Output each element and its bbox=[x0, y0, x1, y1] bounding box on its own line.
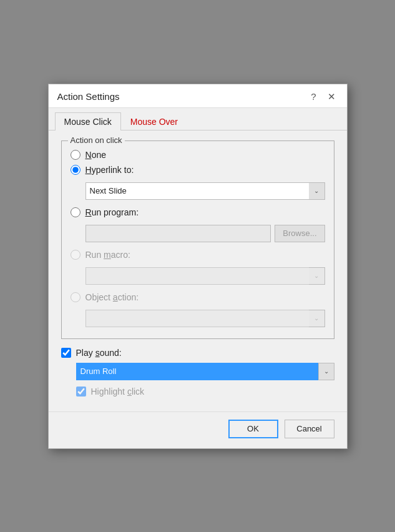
ok-button[interactable]: OK bbox=[228, 420, 278, 438]
play-sound-checkbox[interactable] bbox=[61, 348, 71, 358]
run-program-input[interactable] bbox=[85, 225, 271, 242]
hyperlink-option-row: Hyperlink to: bbox=[71, 165, 325, 175]
play-sound-label[interactable]: Play sound: bbox=[76, 348, 122, 358]
action-radio-group: None Hyperlink to: Next Slide Previo bbox=[71, 150, 325, 330]
hyperlink-radio[interactable] bbox=[71, 165, 80, 175]
highlight-click-row: Highlight click bbox=[76, 387, 334, 397]
hyperlink-label[interactable]: Hyperlink to: bbox=[85, 165, 134, 175]
tab-mouse-click[interactable]: Mouse Click bbox=[55, 112, 121, 131]
hyperlink-select[interactable]: Next Slide Previous Slide First Slide La… bbox=[85, 182, 325, 200]
run-macro-label[interactable]: Run macro: bbox=[85, 250, 130, 260]
title-bar: Action Settings ? ✕ bbox=[49, 84, 347, 108]
sound-select[interactable]: [No Sound] Drum Roll Applause Camera Cas… bbox=[76, 363, 334, 380]
run-program-option-row: Run program: bbox=[71, 207, 325, 217]
run-macro-radio[interactable] bbox=[71, 250, 80, 260]
object-action-option-row: Object action: bbox=[71, 292, 325, 302]
hyperlink-dropdown-row: Next Slide Previous Slide First Slide La… bbox=[85, 182, 325, 200]
hyperlink-dropdown-wrapper: Next Slide Previous Slide First Slide La… bbox=[85, 182, 325, 200]
action-settings-dialog: Action Settings ? ✕ Mouse Click Mouse Ov… bbox=[48, 84, 348, 449]
title-bar-actions: ? ✕ bbox=[307, 91, 339, 102]
run-macro-dropdown-wrapper: ⌄ bbox=[85, 267, 325, 285]
highlight-click-checkbox[interactable] bbox=[76, 387, 86, 397]
none-option-row: None bbox=[71, 150, 325, 160]
browse-button[interactable]: Browse... bbox=[275, 225, 324, 242]
run-program-label[interactable]: Run program: bbox=[85, 207, 139, 217]
run-macro-dropdown-row: ⌄ bbox=[85, 267, 325, 285]
cancel-button[interactable]: Cancel bbox=[285, 420, 334, 438]
sound-dropdown-wrapper: [No Sound] Drum Roll Applause Camera Cas… bbox=[76, 363, 334, 380]
run-macro-option-row: Run macro: bbox=[71, 250, 325, 260]
run-program-input-row: Browse... bbox=[85, 225, 325, 242]
object-action-radio[interactable] bbox=[71, 292, 80, 302]
none-label[interactable]: None bbox=[85, 150, 106, 160]
fieldset-legend: Action on click bbox=[68, 135, 125, 145]
tab-mouse-over[interactable]: Mouse Over bbox=[121, 112, 187, 131]
object-action-dropdown-wrapper: ⌄ bbox=[85, 310, 325, 327]
object-action-dropdown-row: ⌄ bbox=[85, 310, 325, 327]
object-action-label[interactable]: Object action: bbox=[85, 292, 139, 302]
run-macro-select[interactable] bbox=[85, 267, 325, 285]
none-radio[interactable] bbox=[71, 150, 80, 160]
dialog-title: Action Settings bbox=[57, 91, 120, 102]
tabs: Mouse Click Mouse Over bbox=[49, 108, 347, 131]
help-button[interactable]: ? bbox=[307, 91, 319, 102]
play-sound-row: Play sound: bbox=[61, 348, 334, 358]
highlight-click-label[interactable]: Highlight click bbox=[91, 387, 145, 397]
run-program-radio[interactable] bbox=[71, 207, 80, 217]
close-button[interactable]: ✕ bbox=[324, 91, 339, 102]
object-action-select[interactable] bbox=[85, 310, 325, 327]
action-on-click-fieldset: Action on click None Hyperlink to: bbox=[61, 140, 334, 339]
dialog-content: Action on click None Hyperlink to: bbox=[49, 131, 347, 411]
dialog-footer: OK Cancel bbox=[49, 411, 347, 448]
